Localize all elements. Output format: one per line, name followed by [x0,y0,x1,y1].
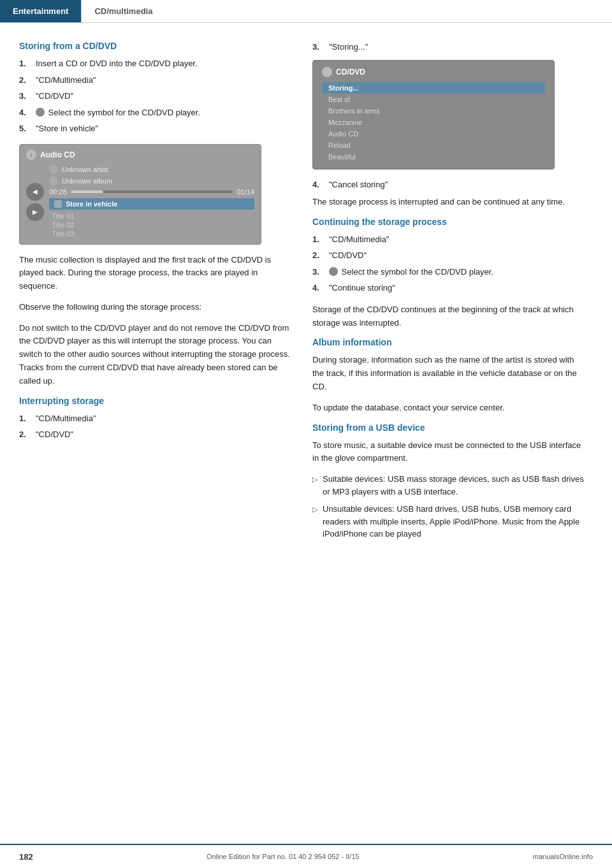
ss2-item-reload: Reload [322,140,545,151]
ss-progress-fill [71,191,103,193]
artist-icon [49,165,58,174]
ss2-item-audiocd: Audio CD [322,128,545,140]
ss-title2: Title 02 [49,221,254,229]
ss2-item-mezzanine: Mezzanine [322,117,545,128]
cd-symbol-icon [36,108,45,117]
step-3-num: 3. [19,90,36,103]
body-text-1: The music collection is displayed and th… [19,254,293,293]
steps-list-1: 1. Insert a CD or DVD into the CD/DVD pl… [19,57,293,135]
body-update: To update the database, contact your ser… [312,401,586,415]
album-icon [49,177,58,185]
continue-step-1-num: 1. [312,233,329,246]
bullet-unsuitable: ▷ Unsuitable devices: USB hard drives, U… [312,503,586,540]
body-album: During storage, information such as the … [312,354,586,393]
step-5-text: "Store in vehicle" [36,122,98,135]
ss-store-highlight: Store in vehicle [49,198,254,210]
tab-entertainment[interactable]: Entertainment [0,0,81,22]
right-step-4-num: 4. [312,178,329,191]
ss-right-panel: Unknown artist Unknown album 00:28 01/14 [49,165,254,239]
cd-symbol-icon-2 [329,267,338,276]
body-continue: Storage of the CD/DVD continues at the b… [312,303,586,330]
ss2-item-brothers: Brothers in arms [322,105,545,117]
bullet-arrow-2: ▷ [312,504,323,515]
nav-right-button[interactable]: ▶ [26,203,44,221]
bullet-suitable-text: Suitable devices: USB mass storage devic… [323,473,586,498]
step-1: 1. Insert a CD or DVD into the CD/DVD pl… [19,57,293,70]
section-interrupting-heading: Interrupting storage [19,396,293,406]
continue-step-4-text: "Continue storing" [329,282,395,294]
interrupt-step-2: 2. "CD/DVD" [19,428,293,441]
right-step-3-text: "Storing..." [329,41,368,54]
bullet-arrow-1: ▷ [312,474,323,485]
ss-progress-bar [71,191,233,193]
ss2-cd-icon [322,67,332,77]
continue-step-1-text: "CD/Multimedia" [329,233,389,246]
step-4-num: 4. [19,106,36,119]
ss-album: Unknown album [62,177,112,185]
interrupt-step-2-text: "CD/DVD" [36,428,73,441]
left-column: Storing from a CD/DVD 1. Insert a CD or … [19,41,293,548]
ss-album-row: Unknown album [49,177,254,185]
continue-step-3-text: Select the symbol for the CD/DVD player. [329,266,493,278]
step-3: 3. "CD/DVD" [19,90,293,103]
ss-title: Audio CD [40,150,75,159]
footer-site: manualsOnline.info [533,853,593,860]
main-content: Storing from a CD/DVD 1. Insert a CD or … [0,23,612,574]
continue-step-1: 1. "CD/Multimedia" [312,233,586,246]
right-step-3-num: 3. [312,41,329,54]
ss-progress-row: 00:28 01/14 [49,188,254,196]
body-cancel: The storage process is interrupted and c… [312,196,586,209]
ss-store-label: Store in vehicle [66,200,117,208]
section-continuing-heading: Continuing the storage process [312,217,586,227]
interrupt-step-1-num: 1. [19,412,36,425]
continue-step-3-num: 3. [312,266,329,278]
ss-title1: Title 01 [49,212,254,220]
continue-step-2: 2. "CD/DVD" [312,249,586,262]
right-step-4: 4. "Cancel storing" [312,178,586,191]
ss-artist-row: Unknown artist [49,165,254,174]
steps-list-3: 1. "CD/Multimedia" 2. "CD/DVD" 3. Select… [312,233,586,294]
continue-step-3: 3. Select the symbol for the CD/DVD play… [312,266,586,278]
right-column: 3. "Storing..." CD/DVD Storing... Best o… [312,41,586,548]
step-4: 4. Select the symbol for the CD/DVD play… [19,106,293,119]
continue-step-4: 4. "Continue storing" [312,282,586,294]
interrupt-step-1: 1. "CD/Multimedia" [19,412,293,425]
body-text-2: Observe the following during the storage… [19,301,293,314]
step-1-text: Insert a CD or DVD into the CD/DVD playe… [36,57,198,70]
ss-controls: ◀ ▶ [26,165,44,239]
ss-track: 01/14 [237,188,254,196]
continue-step-4-num: 4. [312,282,329,294]
ss2-item-storing: Storing... [322,82,545,94]
ss-artist: Unknown artist [62,166,108,173]
ss2-header: CD/DVD [322,67,545,77]
tab-cd-multimedia[interactable]: CD/multimedia [82,0,165,22]
body-usb: To store music, a suitable device must b… [312,439,586,466]
screenshot-audio-cd: ♪ Audio CD ◀ ▶ Unknown artist Unknown al… [19,144,261,245]
ss2-item-beautiful: Beautiful [322,151,545,163]
nav-left-button[interactable]: ◀ [26,183,44,201]
step-3-text: "CD/DVD" [36,90,73,103]
section-album-info-heading: Album information [312,337,586,347]
step-2-num: 2. [19,74,36,87]
section-usb-heading: Storing from a USB device [312,423,586,433]
footer-copyright: Online Edition for Part no. 01 40 2 954 … [207,853,360,860]
step-5: 5. "Store in vehicle" [19,122,293,135]
screenshot-cd-dvd: CD/DVD Storing... Best of Brothers in ar… [312,60,555,170]
ss-time: 00:28 [49,188,67,196]
right-step-3: 3. "Storing..." [312,41,586,54]
interrupt-step-2-num: 2. [19,428,36,441]
ss-header: ♪ Audio CD [26,150,254,160]
step-1-num: 1. [19,57,36,70]
ss2-title: CD/DVD [336,68,365,76]
interrupt-step-1-text: "CD/Multimedia" [36,412,96,425]
ss-title3: Title 03 [49,230,254,238]
continue-step-2-text: "CD/DVD" [329,249,367,262]
steps-list-2: 1. "CD/Multimedia" 2. "CD/DVD" [19,412,293,441]
step-5-num: 5. [19,122,36,135]
tab-cd-multimedia-label: CD/multimedia [94,6,152,16]
ss2-item-bestof: Best of [322,94,545,105]
ss2-item-storing-label: Storing... [328,84,359,92]
step-4-text: Select the symbol for the CD/DVD player. [36,106,200,119]
bullet-list-usb: ▷ Suitable devices: USB mass storage dev… [312,473,586,540]
right-step-4-text: "Cancel storing" [329,178,388,191]
